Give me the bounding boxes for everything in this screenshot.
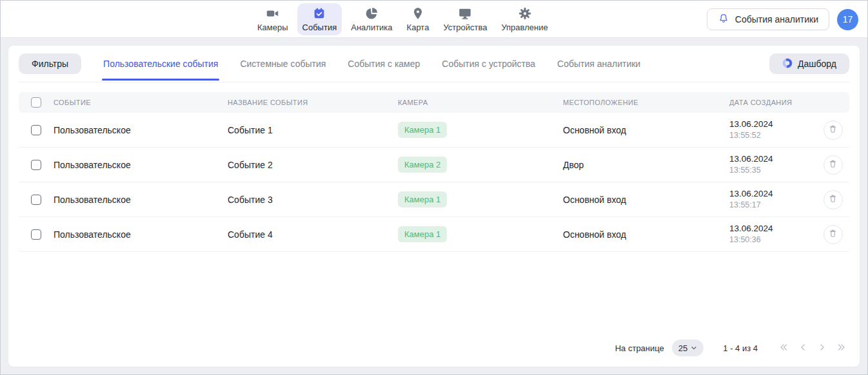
chevron-right-icon bbox=[817, 342, 827, 354]
donut-chart-icon bbox=[782, 58, 793, 70]
analytics-events-button[interactable]: События аналитики bbox=[707, 8, 829, 30]
double-chevron-left-icon bbox=[778, 342, 789, 354]
date-value: 13.06.2024 bbox=[729, 119, 816, 130]
event-name-cell: Событие 3 bbox=[228, 195, 398, 205]
double-chevron-right-icon bbox=[836, 342, 847, 354]
tab-label: Пользовательские события bbox=[103, 59, 218, 69]
next-page-button[interactable] bbox=[814, 340, 830, 356]
nav-item-label: Устройства bbox=[443, 23, 487, 32]
tab-label: События с камер bbox=[348, 59, 420, 69]
dashboard-button[interactable]: Дашборд bbox=[769, 53, 849, 74]
main-navigation: Камеры События Аналитика Карта bbox=[252, 1, 553, 37]
gear-icon bbox=[518, 6, 532, 21]
tab-label: События с устройства bbox=[442, 59, 535, 69]
user-avatar[interactable]: 17 bbox=[837, 9, 858, 30]
row-checkbox[interactable] bbox=[31, 195, 41, 205]
table-header: СОБЫТИЕ НАЗВАНИЕ СОБЫТИЯ КАМЕРА МЕСТОПОЛ… bbox=[19, 92, 849, 113]
top-bar: Камеры События Аналитика Карта bbox=[1, 1, 867, 38]
analytics-icon bbox=[364, 6, 379, 21]
chevron-down-icon bbox=[691, 343, 697, 353]
created-cell: 13.06.2024 13:55:35 bbox=[729, 153, 816, 176]
topbar-right-group: События аналитики 17 bbox=[707, 8, 858, 30]
per-page-select[interactable]: 25 bbox=[672, 340, 704, 356]
avatar-label: 17 bbox=[843, 14, 853, 24]
location-cell: Основной вход bbox=[563, 229, 729, 240]
per-page-value: 25 bbox=[678, 343, 687, 353]
monitor-icon bbox=[458, 6, 472, 21]
location-cell: Основной вход bbox=[563, 195, 729, 205]
event-type-cell: Пользовательское bbox=[54, 125, 228, 135]
nav-item-label: Карта bbox=[407, 23, 429, 32]
camera-icon bbox=[266, 6, 280, 21]
date-value: 13.06.2024 bbox=[729, 223, 816, 235]
event-name-cell: Событие 2 bbox=[228, 160, 398, 170]
nav-item-cameras[interactable]: Камеры bbox=[252, 3, 293, 35]
table-row: Пользовательское Событие 4 Камера 1 Осно… bbox=[19, 217, 849, 252]
location-cell: Основной вход bbox=[563, 125, 729, 135]
table-row: Пользовательское Событие 1 Камера 1 Осно… bbox=[19, 113, 849, 148]
column-header-camera: КАМЕРА bbox=[398, 99, 563, 106]
map-pin-icon bbox=[411, 6, 425, 21]
event-type-cell: Пользовательское bbox=[54, 229, 228, 240]
nav-item-label: События bbox=[302, 23, 337, 32]
last-page-button[interactable] bbox=[834, 340, 849, 356]
first-page-button[interactable] bbox=[776, 340, 791, 356]
nav-item-devices[interactable]: Устройства bbox=[438, 3, 492, 35]
trash-icon bbox=[828, 229, 838, 240]
event-tabs: Пользовательские события Системные событ… bbox=[102, 46, 642, 82]
pagination-bar: На странице 25 1 - 4 из 4 bbox=[615, 340, 849, 356]
time-value: 13:55:17 bbox=[729, 200, 816, 211]
nav-item-label: Камеры bbox=[257, 23, 288, 32]
dashboard-button-label: Дашборд bbox=[798, 59, 836, 69]
chevron-left-icon bbox=[798, 342, 808, 354]
time-value: 13:50:36 bbox=[729, 235, 816, 245]
tab-camera-events[interactable]: События с камер bbox=[346, 46, 421, 82]
column-header-created: ДАТА СОЗДАНИЯ bbox=[729, 99, 816, 106]
table-row: Пользовательское Событие 3 Камера 1 Осно… bbox=[19, 182, 849, 217]
analytics-events-button-label: События аналитики bbox=[735, 14, 818, 24]
camera-badge[interactable]: Камера 2 bbox=[398, 157, 447, 173]
event-type-cell: Пользовательское bbox=[54, 195, 228, 205]
delete-row-button[interactable] bbox=[824, 190, 843, 209]
bell-icon bbox=[718, 13, 729, 26]
camera-badge[interactable]: Камера 1 bbox=[398, 122, 447, 138]
filters-button[interactable]: Фильтры bbox=[19, 53, 81, 74]
select-all-checkbox[interactable] bbox=[31, 97, 41, 108]
column-header-event-name: НАЗВАНИЕ СОБЫТИЯ bbox=[228, 99, 398, 106]
nav-item-management[interactable]: Управление bbox=[496, 3, 553, 35]
date-value: 13.06.2024 bbox=[729, 188, 816, 200]
tab-device-events[interactable]: События с устройства bbox=[440, 46, 537, 82]
row-checkbox[interactable] bbox=[31, 160, 41, 170]
date-value: 13.06.2024 bbox=[729, 153, 816, 165]
delete-row-button[interactable] bbox=[824, 155, 843, 175]
row-checkbox[interactable] bbox=[31, 229, 41, 240]
nav-item-label: Аналитика bbox=[351, 23, 392, 32]
trash-icon bbox=[828, 194, 838, 206]
nav-item-map[interactable]: Карта bbox=[402, 3, 435, 35]
row-checkbox[interactable] bbox=[31, 125, 41, 135]
created-cell: 13.06.2024 13:55:52 bbox=[729, 119, 816, 141]
delete-row-button[interactable] bbox=[824, 225, 843, 244]
events-icon bbox=[312, 6, 326, 21]
tab-analytics-events[interactable]: События аналитики bbox=[556, 46, 642, 82]
trash-icon bbox=[828, 124, 838, 136]
tab-user-events[interactable]: Пользовательские события bbox=[102, 46, 219, 82]
tab-system-events[interactable]: Системные события bbox=[239, 46, 327, 82]
per-page-label: На странице bbox=[615, 343, 664, 353]
column-header-event: СОБЫТИЕ bbox=[54, 99, 228, 106]
prev-page-button[interactable] bbox=[795, 340, 811, 356]
created-cell: 13.06.2024 13:50:36 bbox=[729, 223, 816, 245]
pager-controls bbox=[776, 340, 849, 356]
trash-icon bbox=[828, 159, 838, 171]
delete-row-button[interactable] bbox=[824, 120, 843, 140]
camera-badge[interactable]: Камера 1 bbox=[398, 226, 447, 242]
event-name-cell: Событие 1 bbox=[228, 125, 398, 135]
events-toolbar: Фильтры Пользовательские события Системн… bbox=[19, 46, 849, 82]
camera-badge[interactable]: Камера 1 bbox=[398, 191, 447, 207]
nav-item-analytics[interactable]: Аналитика bbox=[346, 3, 397, 35]
filters-button-label: Фильтры bbox=[32, 59, 68, 69]
pagination-range: 1 - 4 из 4 bbox=[723, 343, 758, 353]
nav-item-events[interactable]: События bbox=[297, 3, 342, 35]
location-cell: Двор bbox=[563, 160, 729, 170]
event-type-cell: Пользовательское bbox=[54, 160, 228, 170]
